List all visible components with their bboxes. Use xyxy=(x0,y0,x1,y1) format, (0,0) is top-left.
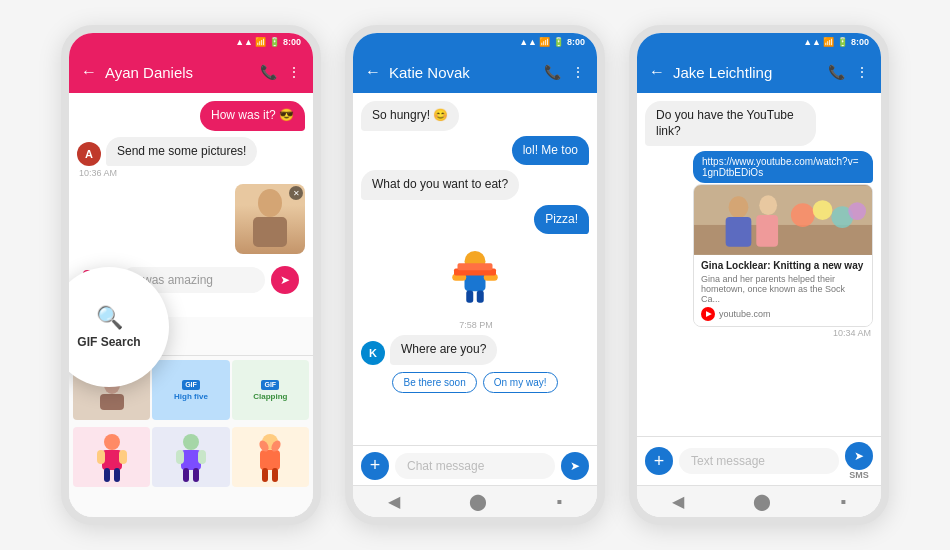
contact-name-1: Ayan Daniels xyxy=(105,64,252,81)
timestamp-3: 10:34 AM xyxy=(645,328,873,338)
svg-rect-14 xyxy=(183,468,189,482)
svg-rect-3 xyxy=(100,394,124,410)
status-bar-2: ▲▲ 📶 🔋 8:00 xyxy=(353,33,597,51)
svg-rect-1 xyxy=(253,217,287,247)
phone-1: ▲▲ 📶 🔋 8:00 ← Ayan Daniels 📞 ⋮ How was i… xyxy=(61,25,321,525)
svg-rect-9 xyxy=(114,468,120,482)
svg-rect-7 xyxy=(119,450,127,464)
bottom-nav-3: ◀ ⬤ ▪ xyxy=(637,485,881,517)
chat-area-2: So hungry! 😊 lol! Me too What do you wan… xyxy=(353,93,597,445)
app-bar-1: ← Ayan Daniels 📞 ⋮ xyxy=(69,51,313,93)
status-icons-2: ▲▲ 📶 🔋 8:00 xyxy=(519,37,585,47)
nav-recent-3[interactable]: ▪ xyxy=(841,493,847,511)
svg-rect-37 xyxy=(726,217,752,247)
bubble-1-1: How was it? 😎 xyxy=(200,101,305,131)
chip-be-there[interactable]: Be there soon xyxy=(392,372,476,393)
svg-rect-31 xyxy=(694,225,872,255)
bottom-nav-2: ◀ ⬤ ▪ xyxy=(353,485,597,517)
gif-cell-6[interactable] xyxy=(232,427,309,487)
more-icon-2[interactable]: ⋮ xyxy=(571,64,585,80)
status-icons-3: ▲▲ 📶 🔋 8:00 xyxy=(803,37,869,47)
yt-card: Gina Locklear: Knitting a new way Gina a… xyxy=(693,184,873,327)
back-button-3[interactable]: ← xyxy=(649,63,665,81)
app-bar-3: ← Jake Leichtling 📞 ⋮ xyxy=(637,51,881,93)
nav-home-3[interactable]: ⬤ xyxy=(753,492,771,511)
send-button-1[interactable]: ➤ xyxy=(271,266,299,294)
bubble-2-4: Pizza! xyxy=(534,205,589,235)
clapping-label: Clapping xyxy=(253,392,287,401)
chat-area-3: Do you have the YouTube link? https://ww… xyxy=(637,93,881,436)
more-icon-1[interactable]: ⋮ xyxy=(287,64,301,80)
yt-card-title: Gina Locklear: Knitting a new way xyxy=(701,260,865,272)
send-sms-group: ➤ SMS xyxy=(845,442,873,480)
nav-home-2[interactable]: ⬤ xyxy=(469,492,487,511)
svg-rect-17 xyxy=(260,450,280,470)
app-bar-icons-2: 📞 ⋮ xyxy=(544,64,585,80)
bubble-2-2: lol! Me too xyxy=(512,136,589,166)
svg-rect-21 xyxy=(272,468,278,482)
bubble-2-1: So hungry! 😊 xyxy=(361,101,459,131)
nav-back-3[interactable]: ◀ xyxy=(672,492,684,511)
yt-link-bubble[interactable]: https://www.youtube.com/watch?v=1gnDtbED… xyxy=(693,151,873,183)
yt-card-thumbnail xyxy=(694,185,872,255)
svg-point-0 xyxy=(258,189,282,217)
svg-point-32 xyxy=(791,203,815,227)
image-attachment[interactable]: ✕ xyxy=(235,184,305,254)
svg-rect-15 xyxy=(193,468,199,482)
search-icon: 🔍 xyxy=(96,305,123,331)
avatar-1: A xyxy=(77,142,101,166)
gif-cell-2[interactable]: GIF High five xyxy=(152,360,229,420)
gif-cell-3[interactable]: GIF Clapping xyxy=(232,360,309,420)
svg-rect-6 xyxy=(97,450,105,464)
high-five-label: High five xyxy=(174,392,208,401)
nav-recent-2[interactable]: ▪ xyxy=(557,493,563,511)
contact-name-3: Jake Leichtling xyxy=(673,64,820,81)
time-2: 8:00 xyxy=(567,37,585,47)
svg-rect-8 xyxy=(104,468,110,482)
input-bar-2: + Chat message ➤ xyxy=(353,445,597,485)
svg-point-35 xyxy=(848,202,866,220)
message-input-3[interactable]: Text message xyxy=(679,448,839,474)
add-button-3[interactable]: + xyxy=(645,447,673,475)
phone-3: ▲▲ 📶 🔋 8:00 ← Jake Leichtling 📞 ⋮ Do you… xyxy=(629,25,889,525)
svg-point-36 xyxy=(729,196,749,218)
app-bar-2: ← Katie Novak 📞 ⋮ xyxy=(353,51,597,93)
timestamp-1: 10:36 AM xyxy=(77,168,305,178)
svg-rect-27 xyxy=(458,264,493,271)
phone-icon-2[interactable]: 📞 xyxy=(544,64,561,80)
send-button-2[interactable]: ➤ xyxy=(561,452,589,480)
app-bar-icons-3: 📞 ⋮ xyxy=(828,64,869,80)
more-icon-3[interactable]: ⋮ xyxy=(855,64,869,80)
bubble-1-2: Send me some pictures! xyxy=(106,137,257,167)
quick-replies: Be there soon On my way! xyxy=(361,372,589,393)
svg-point-4 xyxy=(104,434,120,450)
avatar-2: K xyxy=(361,341,385,365)
status-bar-1: ▲▲ 📶 🔋 8:00 xyxy=(69,33,313,51)
svg-point-10 xyxy=(183,434,199,450)
contact-name-2: Katie Novak xyxy=(389,64,536,81)
svg-rect-20 xyxy=(262,468,268,482)
sticker-pizza xyxy=(435,239,515,319)
add-button-2[interactable]: + xyxy=(361,452,389,480)
svg-point-38 xyxy=(759,195,777,215)
time-3: 8:00 xyxy=(851,37,869,47)
bubble-2-3: What do you want to eat? xyxy=(361,170,519,200)
back-button-2[interactable]: ← xyxy=(365,63,381,81)
gif-cell-4[interactable] xyxy=(73,427,150,487)
gif-cell-5[interactable] xyxy=(152,427,229,487)
sms-label: SMS xyxy=(849,470,869,480)
nav-back-2[interactable]: ◀ xyxy=(388,492,400,511)
send-button-3[interactable]: ➤ xyxy=(845,442,873,470)
bubble-3-1: Do you have the YouTube link? xyxy=(645,101,816,146)
svg-rect-28 xyxy=(466,291,473,303)
time-1: 8:00 xyxy=(283,37,301,47)
phone-icon-1[interactable]: 📞 xyxy=(260,64,277,80)
input-bar-3: + Text message ➤ SMS xyxy=(637,436,881,485)
phone-icon-3[interactable]: 📞 xyxy=(828,64,845,80)
back-button-1[interactable]: ← xyxy=(81,63,97,81)
svg-rect-29 xyxy=(477,291,484,303)
message-input-2[interactable]: Chat message xyxy=(395,453,555,479)
svg-point-33 xyxy=(813,200,833,220)
app-bar-icons-1: 📞 ⋮ xyxy=(260,64,301,80)
chip-on-my-way[interactable]: On my way! xyxy=(483,372,558,393)
